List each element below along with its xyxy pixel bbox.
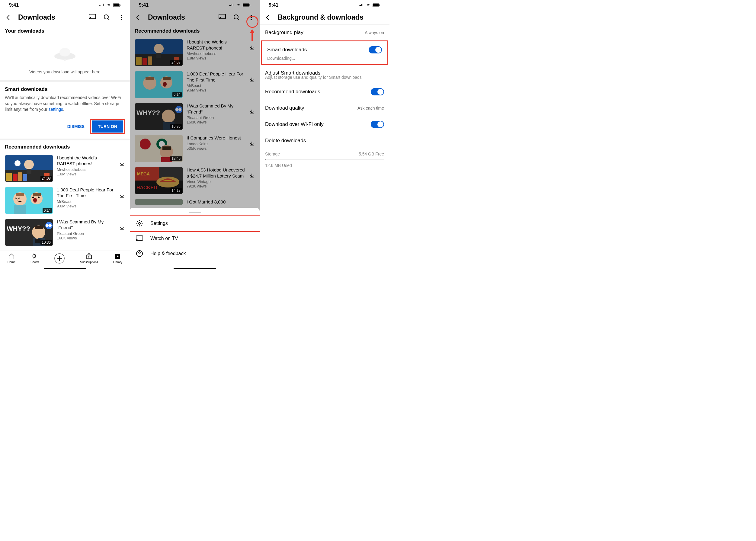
video-item[interactable]: MEGAHACKED14:13How A $3 Hotdog Uncovered… [130,165,260,197]
wifi-icon [366,3,371,7]
download-icon[interactable] [249,45,255,51]
svg-point-62 [163,82,167,87]
page-title: Downloads [18,13,83,21]
setting-delete[interactable]: Delete downloads [260,133,389,149]
svg-point-39 [49,224,52,227]
svg-rect-13 [27,169,31,174]
storage-bar [265,159,384,160]
back-icon[interactable] [5,14,12,21]
home-indicator[interactable] [44,268,86,269]
svg-text:HACKED: HACKED [137,185,157,190]
download-icon[interactable] [119,161,125,167]
video-item[interactable]: WHY?? 10:36 I Was Scammed By My "Friend"… [0,217,130,249]
video-item[interactable]: 24:08 I bought the World's RAREST phones… [0,153,130,185]
svg-rect-90 [373,4,379,6]
setting-recommend[interactable]: Recommend downloads [260,83,389,100]
video-item[interactable]: 12:45If Companies Were HonestLando Kalri… [130,133,260,165]
sheet-handle[interactable] [189,212,201,213]
cast-icon[interactable] [219,14,226,21]
toggle-recommend[interactable] [371,88,384,95]
your-downloads-header: Your downloads [0,24,130,37]
battery-icon [373,3,380,7]
svg-point-34 [35,235,39,239]
cellular-icon [99,3,105,7]
video-views: 9.6M views [57,204,115,208]
settings-link[interactable]: settings [49,107,63,112]
svg-point-4 [104,15,108,19]
smart-downloads-promo: Smart downloads We'll automatically down… [0,82,130,115]
video-thumb[interactable]: 24:08 [5,155,53,182]
video-item[interactable]: WHY??10:36I Was Scammed By My "Friend"Pl… [130,101,260,133]
nav-shorts[interactable]: Shorts [31,253,39,264]
search-icon[interactable] [233,14,240,21]
battery-icon [243,3,251,7]
svg-rect-24 [16,193,24,196]
cellular-icon [229,3,234,7]
svg-rect-1 [114,4,119,6]
search-icon[interactable] [103,14,111,21]
smart-title: Smart downloads [5,86,125,92]
dismiss-button[interactable]: DISMISS [65,121,87,132]
video-item[interactable]: 6:141,000 Deaf People Hear For The First… [130,69,260,101]
sheet-watch-tv[interactable]: Watch on TV [130,231,260,246]
svg-point-50 [251,19,252,20]
svg-rect-45 [250,5,250,6]
nav-create[interactable] [54,253,65,264]
arrow-annotation [249,28,256,42]
setting-wifi-only[interactable]: Download over Wi-Fi only [260,116,389,133]
svg-point-23 [33,198,37,203]
video-thumb[interactable]: WHY?? 10:36 [5,219,53,246]
duration-badge: 6:14 [43,208,52,213]
sheet-help[interactable]: Help & feedback [130,246,260,262]
download-icon[interactable] [119,225,125,231]
video-item[interactable]: I Got Married 8,000 [130,197,260,208]
status-time: 9:41 [9,2,19,8]
svg-point-48 [251,15,252,16]
ufo-icon [50,46,80,64]
video-channel: MrBeast [57,199,115,204]
video-channel: Mrwhosetheboss [57,167,115,172]
svg-point-86 [139,223,140,224]
home-indicator[interactable] [174,268,216,269]
video-item[interactable]: 6:14 1,000 Deaf People Hear For The Firs… [0,185,130,217]
video-title: I Was Scammed By My "Friend" [57,219,115,231]
svg-rect-25 [33,193,41,196]
back-icon[interactable] [135,14,142,21]
page-title: Downloads [148,13,213,21]
cast-icon[interactable] [89,14,96,21]
download-icon[interactable] [249,173,255,179]
toggle-wifi[interactable] [371,121,384,128]
adjust-smart-sub: Adjust storage use and quality for Smart… [260,75,389,83]
sheet-settings[interactable]: Settings [130,216,260,231]
back-icon[interactable] [265,14,272,21]
screen-settings: 9:41 Background & downloads Background p… [260,0,389,270]
nav-home[interactable]: Home [8,253,16,264]
nav-subscriptions[interactable]: Subscriptions [80,253,98,264]
nav-library[interactable]: Library [113,253,123,264]
svg-point-7 [121,19,122,20]
cast-icon [136,236,143,242]
download-icon[interactable] [249,141,255,147]
more-icon[interactable] [248,14,255,21]
screen-downloads-empty: 9:41 Downloads Your downloads Videos you… [0,0,130,270]
svg-point-70 [175,108,179,111]
svg-point-26 [32,197,34,198]
download-icon[interactable] [119,193,125,199]
status-bar: 9:41 [260,0,389,9]
video-thumb[interactable]: 6:14 [5,187,53,214]
toggle-smart-downloads[interactable] [369,46,382,53]
svg-rect-56 [143,58,147,65]
download-icon[interactable] [249,77,255,83]
download-icon[interactable] [249,109,255,115]
turn-on-button[interactable]: TURN ON [92,121,123,133]
more-icon[interactable] [118,14,125,21]
setting-quality[interactable]: Download quality Ask each time [260,100,389,116]
svg-rect-55 [136,57,142,65]
video-item[interactable]: 24:08I bought the World's RAREST phones!… [130,37,260,69]
svg-text:WHY??: WHY?? [7,225,30,233]
smart-body: We'll automatically download recommended… [5,95,125,113]
bottom-nav: Home Shorts Subscriptions Library [0,251,130,265]
setting-background-play[interactable]: Background play Always on [260,25,389,40]
status-time: 9:41 [269,2,278,8]
turn-on-highlight: TURN ON [90,119,125,134]
